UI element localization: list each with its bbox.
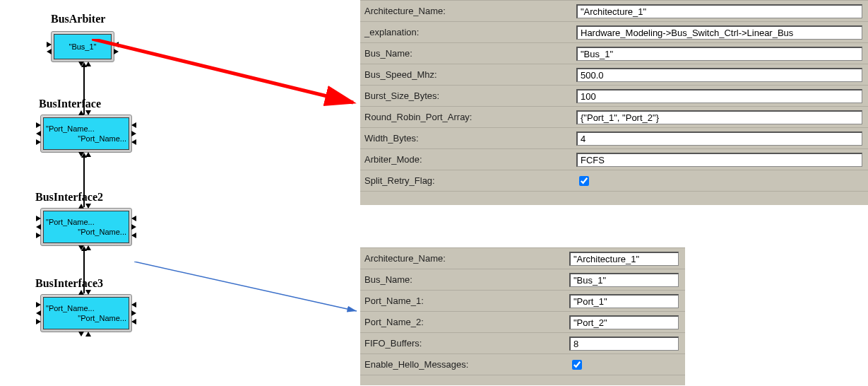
port-tri-icon <box>78 110 84 115</box>
arbiter-title: BusArbiter <box>51 13 105 25</box>
port-tri-icon <box>36 310 41 316</box>
arbiter-label: "Bus_1" <box>67 42 99 52</box>
port-tri-icon <box>85 290 91 295</box>
fifo-input[interactable] <box>569 337 679 351</box>
port1-label: "Port_Name... <box>44 217 129 227</box>
port-tri-icon <box>85 332 91 337</box>
port-tri-icon <box>85 204 91 209</box>
svg-line-1 <box>134 262 357 311</box>
expl-label: _explanation: <box>360 27 419 37</box>
arch-label: Architecture_Name: <box>360 6 446 16</box>
iface2-title: BusInterface2 <box>35 191 103 204</box>
block-diagram: BusArbiter "Bus_1" BusInterface "Port_Na… <box>0 0 155 386</box>
port2-label: "Port_Name... <box>76 227 129 237</box>
bus2-label: Bus_Name: <box>360 274 412 285</box>
port-tri-icon <box>131 310 136 316</box>
port-tri-icon <box>131 233 136 238</box>
rr-label: Round_Robin_Port_Array: <box>360 112 472 122</box>
port1-label: "Port_Name... <box>44 124 129 134</box>
bus-label: Bus_Name: <box>360 48 412 59</box>
port-tri-icon <box>36 224 41 230</box>
speed-label: Bus_Speed_Mhz: <box>360 69 437 80</box>
burst-label: Burst_Size_Bytes: <box>360 90 439 101</box>
port-tri-icon <box>78 290 84 295</box>
port-tri-icon <box>36 233 41 238</box>
bus2-input[interactable] <box>569 273 679 287</box>
iface1-node[interactable]: "Port_Name... "Port_Name... <box>40 115 132 153</box>
p1-input[interactable] <box>569 294 679 308</box>
port-tri-icon <box>36 319 41 324</box>
port-tri-icon <box>47 42 52 47</box>
port-tri-icon <box>131 122 136 128</box>
split-checkbox[interactable] <box>579 176 589 186</box>
port-tri-icon <box>36 216 41 221</box>
port-tri-icon <box>131 216 136 221</box>
iface3-node[interactable]: "Port_Name... "Port_Name... <box>40 294 132 332</box>
port-tri-icon <box>131 302 136 308</box>
port-tri-icon <box>36 302 41 308</box>
iface3-title: BusInterface3 <box>35 277 103 290</box>
interface-properties-panel: Architecture_Name: Bus_Name: Port_Name_1… <box>360 247 685 385</box>
p2-label: Port_Name_2: <box>360 317 424 327</box>
arbiter-properties-panel: Architecture_Name: _explanation: Bus_Nam… <box>360 0 868 205</box>
width-input[interactable] <box>576 131 862 146</box>
port-tri-icon <box>85 110 91 115</box>
hello-label: Enable_Hello_Messages: <box>360 359 468 370</box>
port-tri-icon <box>114 42 119 47</box>
port-tri-icon <box>36 139 41 145</box>
p1-label: Port_Name_1: <box>360 296 424 306</box>
fifo-label: FIFO_Buffers: <box>360 338 422 349</box>
hello-checkbox[interactable] <box>572 360 582 370</box>
width-label: Width_Bytes: <box>360 133 419 144</box>
rr-input[interactable] <box>576 110 862 124</box>
arch2-label: Architecture_Name: <box>360 253 446 264</box>
port-tri-icon <box>114 49 119 54</box>
port-tri-icon <box>131 139 136 145</box>
port-tri-icon <box>36 131 41 136</box>
iface2-node[interactable]: "Port_Name... "Port_Name... <box>40 208 132 246</box>
port2-label: "Port_Name... <box>76 134 129 144</box>
p2-input[interactable] <box>569 315 679 329</box>
port-tri-icon <box>131 131 136 136</box>
port-tri-icon <box>36 122 41 128</box>
expl-input[interactable] <box>576 25 862 40</box>
arbiter-node[interactable]: "Bus_1" <box>51 31 114 62</box>
port-tri-icon <box>131 224 136 230</box>
split-label: Split_Retry_Flag: <box>360 175 435 186</box>
port2-label: "Port_Name... <box>76 313 129 323</box>
iface1-title: BusInterface <box>39 98 101 110</box>
port-tri-icon <box>131 319 136 324</box>
mode-input[interactable] <box>576 153 862 167</box>
mode-label: Arbiter_Mode: <box>360 154 422 165</box>
bus-input[interactable] <box>576 47 862 61</box>
port-tri-icon <box>78 332 84 337</box>
arch-input[interactable] <box>576 4 862 18</box>
arch2-input[interactable] <box>569 252 679 266</box>
burst-input[interactable] <box>576 89 862 103</box>
port-tri-icon <box>78 204 84 209</box>
speed-input[interactable] <box>576 68 862 82</box>
port1-label: "Port_Name... <box>44 303 129 313</box>
port-tri-icon <box>47 49 52 54</box>
callout-arrow-blue-icon <box>134 262 360 318</box>
